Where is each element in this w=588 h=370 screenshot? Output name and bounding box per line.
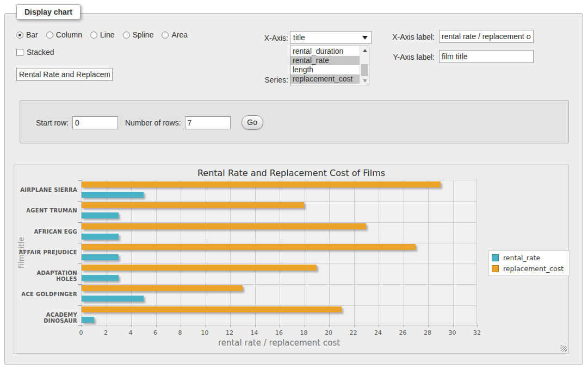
x-tick-mark bbox=[305, 325, 305, 327]
radio-label: Area bbox=[171, 30, 188, 39]
category-label: AFRICAN EGG bbox=[14, 229, 77, 235]
bar-rental_rate bbox=[82, 212, 119, 218]
chart-type-group: BarColumnLineSplineArea bbox=[16, 30, 188, 39]
start-row-input[interactable] bbox=[72, 116, 118, 129]
scroll-down-icon[interactable] bbox=[360, 77, 369, 85]
x-tick-mark bbox=[107, 325, 107, 327]
chart-container: Rental Rate and Replacement Cost of Film… bbox=[14, 165, 569, 354]
x-tick-mark bbox=[453, 325, 454, 327]
series-scrollbar[interactable] bbox=[360, 46, 369, 85]
gridline-horizontal bbox=[82, 222, 476, 223]
x-tick-label: 28 bbox=[414, 329, 441, 336]
x-tick-label: 16 bbox=[265, 329, 293, 336]
x-tick-label: 24 bbox=[364, 329, 392, 336]
series-listbox[interactable]: rental_durationrental_ratelengthreplacem… bbox=[290, 46, 369, 85]
x-tick-mark bbox=[181, 325, 181, 327]
legend-item-replacement_cost: replacement_cost bbox=[492, 265, 564, 273]
gridline-vertical bbox=[453, 180, 454, 325]
gridline-vertical bbox=[329, 180, 330, 325]
series-option-rental_rate[interactable]: rental_rate bbox=[290, 56, 360, 65]
scroll-up-icon[interactable] bbox=[360, 46, 369, 54]
bar-rental_rate bbox=[82, 234, 119, 240]
series-options: rental_durationrental_ratelengthreplacem… bbox=[290, 47, 360, 84]
radio-icon[interactable] bbox=[162, 32, 169, 39]
series-caption: Series: bbox=[249, 76, 288, 84]
category-label: AFFAIR PREJUDICE bbox=[14, 249, 77, 255]
y-tick-mark bbox=[78, 284, 82, 285]
x-tick-mark bbox=[131, 325, 132, 327]
radio-icon[interactable] bbox=[46, 32, 53, 39]
bar-rental_rate bbox=[82, 296, 144, 302]
go-button[interactable]: Go bbox=[242, 115, 263, 130]
dropdown-arrow-icon bbox=[362, 36, 368, 40]
rows-panel: Start row: Number of rows: Go bbox=[20, 100, 569, 143]
bar-replacement_cost bbox=[82, 285, 243, 291]
start-row-label: Start row: bbox=[36, 118, 69, 127]
x-tick-label: 22 bbox=[340, 329, 367, 336]
x-tick-label: 10 bbox=[191, 329, 219, 336]
bar-replacement_cost bbox=[82, 202, 304, 208]
y-axis-label-input[interactable] bbox=[439, 50, 534, 63]
x-tick-label: 0 bbox=[67, 329, 95, 336]
radio-icon[interactable] bbox=[16, 32, 23, 39]
series-option-rental_duration[interactable]: rental_duration bbox=[290, 47, 360, 56]
y-tick-mark bbox=[78, 325, 82, 326]
y-tick-mark bbox=[78, 180, 82, 181]
x-tick-mark bbox=[206, 325, 206, 327]
y-tick-mark bbox=[78, 264, 82, 264]
bar-replacement_cost bbox=[82, 223, 366, 229]
stacked-checkbox[interactable] bbox=[16, 49, 23, 56]
panel-title: Display chart bbox=[16, 4, 81, 20]
x-tick-mark bbox=[379, 325, 379, 327]
number-of-rows-input[interactable] bbox=[185, 116, 231, 129]
bar-rental_rate bbox=[82, 317, 94, 323]
gridline-vertical bbox=[428, 180, 429, 325]
chart-type-radio-spline[interactable]: Spline bbox=[123, 30, 154, 39]
x-tick-label: 8 bbox=[166, 329, 194, 336]
scrollbar-thumb[interactable] bbox=[361, 64, 368, 76]
stacked-option[interactable]: Stacked bbox=[16, 48, 54, 57]
x-tick-label: 14 bbox=[241, 329, 268, 336]
series-option-replacement_cost[interactable]: replacement_cost bbox=[290, 74, 360, 84]
category-label: AGENT TRUMAN bbox=[14, 208, 77, 214]
x-tick-label: 12 bbox=[216, 329, 243, 336]
x-tick-mark bbox=[354, 325, 355, 327]
x-tick-label: 2 bbox=[92, 329, 120, 336]
y-tick-mark bbox=[78, 201, 82, 202]
x-tick-label: 6 bbox=[142, 329, 169, 336]
x-tick-label: 32 bbox=[463, 329, 491, 336]
radio-label: Column bbox=[56, 30, 82, 39]
resize-handle-icon[interactable] bbox=[561, 346, 567, 352]
chart-type-radio-bar[interactable]: Bar bbox=[16, 30, 38, 39]
chart-type-radio-column[interactable]: Column bbox=[46, 30, 82, 39]
series-option-length[interactable]: length bbox=[290, 65, 360, 74]
legend-swatch-icon bbox=[492, 254, 499, 261]
bar-replacement_cost bbox=[82, 306, 342, 312]
plot-area bbox=[81, 180, 477, 325]
x-axis-select[interactable]: title bbox=[290, 31, 372, 44]
x-axis-label-input[interactable] bbox=[439, 30, 534, 43]
gridline-horizontal bbox=[82, 284, 476, 285]
radio-icon[interactable] bbox=[90, 32, 97, 39]
x-tick-label: 26 bbox=[389, 329, 417, 336]
y-tick-mark bbox=[78, 222, 82, 223]
category-label: ACE GOLDFINGER bbox=[14, 291, 77, 297]
x-tick-label: 20 bbox=[315, 329, 342, 336]
x-axis-selected-value: title bbox=[293, 33, 305, 42]
chart-legend: rental_ratereplacement_cost bbox=[488, 250, 570, 276]
chart-type-radio-line[interactable]: Line bbox=[90, 30, 114, 39]
x-tick-mark bbox=[428, 325, 429, 327]
gridline-vertical bbox=[404, 180, 404, 325]
chart-type-radio-area[interactable]: Area bbox=[162, 30, 188, 39]
radio-icon[interactable] bbox=[123, 32, 130, 39]
chart-title-input[interactable] bbox=[16, 68, 113, 81]
bar-replacement_cost bbox=[82, 265, 317, 271]
x-tick-mark bbox=[255, 325, 256, 327]
number-of-rows-label: Number of rows: bbox=[125, 118, 181, 127]
gridline-vertical bbox=[379, 180, 379, 325]
bar-rental_rate bbox=[82, 254, 119, 260]
x-axis-label-caption: X-Axis label: bbox=[388, 33, 435, 41]
gridline-vertical bbox=[354, 180, 355, 325]
legend-label: replacement_cost bbox=[503, 265, 564, 273]
radio-label: Bar bbox=[26, 30, 38, 39]
